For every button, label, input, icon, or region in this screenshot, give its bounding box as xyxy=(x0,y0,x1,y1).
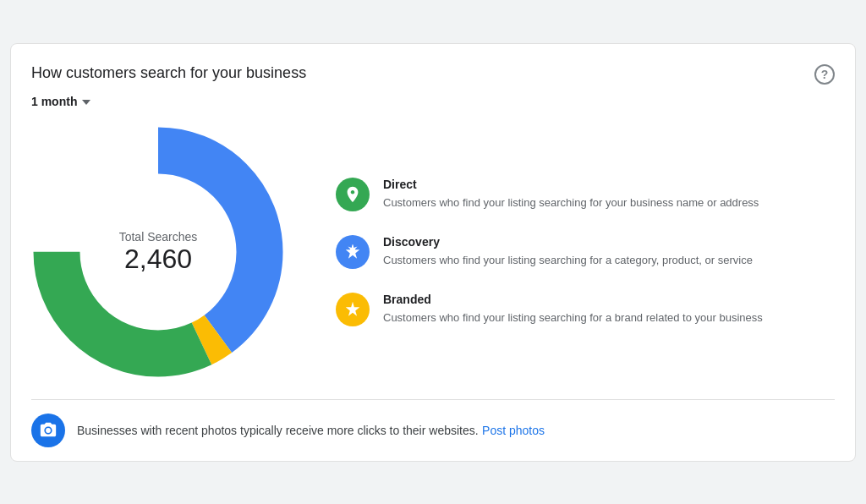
camera-icon xyxy=(39,421,58,440)
footer-text: Businesses with recent photos typically … xyxy=(77,424,479,437)
legend: Direct Customers who find your listing s… xyxy=(336,178,835,326)
main-card: How customers search for your business ?… xyxy=(10,43,856,462)
svg-marker-3 xyxy=(346,244,360,258)
footer-camera-icon xyxy=(31,414,65,447)
legend-item-branded: Branded Customers who find your listing … xyxy=(336,293,835,326)
legend-desc-discovery: Customers who find your listing searchin… xyxy=(383,252,835,269)
direct-icon xyxy=(336,178,370,211)
legend-desc-branded: Customers who find your listing searchin… xyxy=(383,310,835,326)
legend-text-discovery: Discovery Customers who find your listin… xyxy=(383,235,835,269)
donut-center: Total Searches 2,460 xyxy=(119,229,198,274)
chart-section: Total Searches 2,460 Direct Customers wh… xyxy=(31,125,835,399)
star-burst-icon xyxy=(343,243,362,261)
card-title: How customers search for your business xyxy=(31,64,306,82)
help-icon[interactable]: ? xyxy=(814,64,835,85)
legend-title-discovery: Discovery xyxy=(383,235,835,249)
legend-title-branded: Branded xyxy=(383,293,835,306)
legend-desc-direct: Customers who find your listing searchin… xyxy=(383,194,835,211)
svg-marker-4 xyxy=(346,301,360,315)
donut-center-value: 2,460 xyxy=(119,243,198,274)
post-photos-link[interactable]: Post photos xyxy=(482,424,545,437)
donut-chart: Total Searches 2,460 xyxy=(31,125,285,379)
pin-icon xyxy=(343,185,362,204)
legend-item-direct: Direct Customers who find your listing s… xyxy=(336,178,835,211)
footer-message: Businesses with recent photos typically … xyxy=(77,423,545,438)
donut-center-label: Total Searches xyxy=(119,229,198,243)
legend-item-discovery: Discovery Customers who find your listin… xyxy=(336,235,835,269)
branded-icon xyxy=(336,293,370,326)
legend-text-direct: Direct Customers who find your listing s… xyxy=(383,178,835,211)
chevron-down-icon xyxy=(82,100,90,105)
time-filter-dropdown[interactable]: 1 month xyxy=(31,95,835,108)
legend-text-branded: Branded Customers who find your listing … xyxy=(383,293,835,326)
discovery-icon xyxy=(336,235,370,269)
card-header: How customers search for your business ? xyxy=(31,64,835,85)
time-filter-label: 1 month xyxy=(31,95,77,108)
star-icon xyxy=(343,300,362,319)
card-footer: Businesses with recent photos typically … xyxy=(31,399,835,461)
legend-title-direct: Direct xyxy=(383,178,835,191)
